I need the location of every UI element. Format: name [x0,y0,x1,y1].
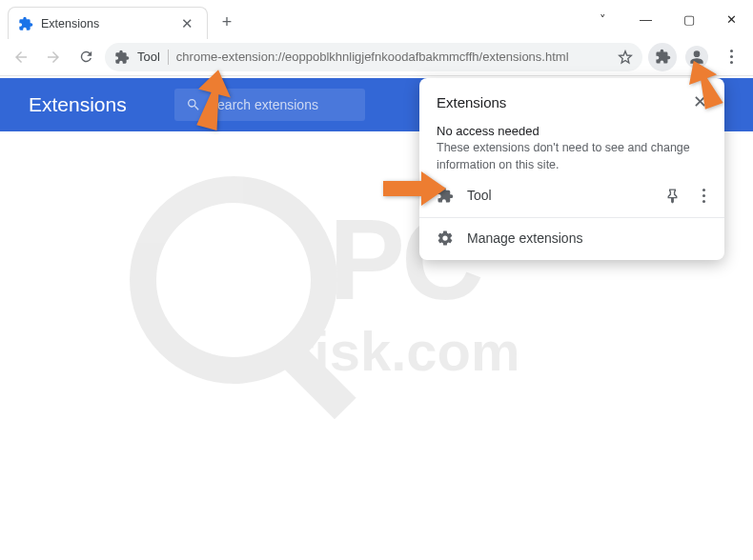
omnibox-url: chrome-extension://eoppoblkhnligjefnkood… [176,50,610,64]
new-tab-button[interactable]: + [214,9,240,35]
manage-extensions-label: Manage extensions [467,230,582,246]
window-minimize-button[interactable]: — [624,4,667,34]
kebab-menu-icon [694,189,713,203]
browser-window: Extensions ✕ + ˅ — ▢ ✕ Tool chrome-exten… [0,0,753,560]
pin-extension-button[interactable] [664,188,681,204]
browser-toolbar: Tool chrome-extension://eoppoblkhnligjef… [0,38,753,76]
browser-tab[interactable]: Extensions ✕ [8,7,208,39]
nav-forward-button[interactable] [40,44,67,70]
page-title: Extensions [29,93,127,116]
popup-no-access-section: No access needed These extensions don't … [419,122,724,177]
address-bar[interactable]: Tool chrome-extension://eoppoblkhnligjef… [105,43,642,71]
annotation-arrow-icon [176,69,243,135]
extension-puzzle-icon [18,16,33,31]
annotation-arrow-icon [381,168,448,210]
nav-reload-button[interactable] [72,44,99,70]
window-controls: ˅ — ▢ ✕ [581,0,753,38]
extension-prefix-icon [114,50,130,65]
extension-item-name: Tool [467,188,651,203]
extension-list-item[interactable]: Tool [419,177,724,213]
popup-title: Extensions [437,94,689,110]
extension-item-menu-button[interactable] [694,189,713,203]
gear-icon [437,230,454,247]
omnibox-prefix: Tool [137,50,160,64]
manage-extensions-button[interactable]: Manage extensions [419,218,724,260]
tab-title: Extensions [41,17,177,30]
extensions-toolbar-button[interactable] [648,43,677,71]
window-dropdown-icon[interactable]: ˅ [581,4,624,34]
nav-back-button[interactable] [8,44,34,70]
no-access-title: No access needed [437,124,707,138]
window-titlebar: Extensions ✕ + ˅ — ▢ ✕ [0,0,753,38]
omnibox-separator [168,50,169,65]
window-close-button[interactable]: ✕ [710,4,753,34]
tab-close-icon[interactable]: ✕ [177,15,197,32]
bookmark-star-icon[interactable] [618,50,633,65]
no-access-description: These extensions don't need to see and c… [437,140,707,173]
annotation-arrow-icon [675,59,732,116]
window-maximize-button[interactable]: ▢ [667,4,710,34]
